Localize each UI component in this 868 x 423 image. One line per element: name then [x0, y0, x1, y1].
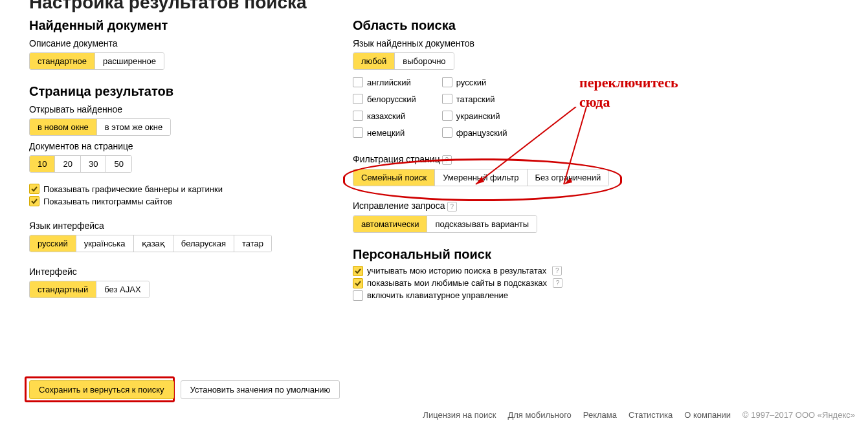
doc-lang-segmented: любой выборочно [353, 52, 454, 70]
cb-label-favicons: Показывать пиктограммы сайтов [43, 197, 172, 206]
interface-standard[interactable]: стандартный [30, 281, 96, 298]
filter-moderate[interactable]: Умеренный фильтр [435, 169, 527, 186]
desc-segmented: стандартное расширенное [29, 52, 164, 70]
check-icon [31, 198, 38, 204]
cb-row-lang-de[interactable]: немецкий [353, 127, 416, 138]
checkbox-banners[interactable] [29, 184, 39, 194]
checkbox-lang-be[interactable] [353, 94, 363, 104]
cb-row-lang-uk[interactable]: украинский [442, 111, 507, 121]
checkbox-keyboard[interactable] [353, 290, 363, 301]
annotation-text-1: переключитесь [579, 74, 678, 91]
cb-row-banners[interactable]: Показывать графические баннеры и картинк… [29, 184, 327, 194]
spell-suggest[interactable]: подсказывать варианты [427, 216, 537, 232]
footer-copyright: © 1997–2017 ООО «Яндекс» [742, 410, 855, 420]
open-label: Открывать найденное [29, 104, 327, 114]
interface-noajax[interactable]: без AJAX [96, 281, 148, 298]
filter-none[interactable]: Без ограничений [528, 169, 609, 186]
lang-label-ru: русский [456, 78, 487, 87]
cb-row-lang-ru[interactable]: русский [442, 77, 507, 87]
lang-label-uk: украинский [456, 111, 500, 121]
per-page-20[interactable]: 20 [55, 156, 80, 172]
cb-label-banners: Показывать графические баннеры и картинк… [43, 184, 223, 194]
annotation-text-2: сюда [579, 94, 610, 111]
section-personal: Персональный поиск учитывать мою историю… [353, 247, 676, 301]
footer-link-ads[interactable]: Реклама [583, 410, 617, 420]
desc-option-extended[interactable]: расширенное [95, 53, 164, 69]
cb-row-lang-fr[interactable]: французский [442, 127, 507, 138]
cb-row-favsites[interactable]: показывать мои любимые сайты в подсказка… [353, 278, 676, 288]
lang-label-be: белорусский [367, 94, 416, 104]
cb-label-favsites: показывать мои любимые сайты в подсказка… [367, 278, 547, 288]
filter-family[interactable]: Семейный поиск [353, 169, 435, 186]
cb-row-lang-tt[interactable]: татарский [442, 94, 507, 104]
help-icon[interactable]: ? [442, 155, 452, 165]
checkbox-history[interactable] [353, 266, 363, 276]
search-area-title: Область поиска [353, 18, 676, 33]
section-results-page: Страница результатов Открывать найденное… [29, 84, 327, 206]
footer-link-stats[interactable]: Статистика [629, 410, 673, 420]
checkbox-lang-kk[interactable] [353, 111, 363, 121]
spell-auto[interactable]: автоматически [353, 216, 427, 232]
checkbox-lang-en[interactable] [353, 77, 363, 87]
lang-label-kk: казахский [367, 111, 405, 121]
interface-label: Интерфейс [29, 266, 327, 277]
help-icon[interactable]: ? [553, 278, 562, 288]
footer-link-mobile[interactable]: Для мобильного [507, 410, 571, 420]
section-interface: Интерфейс стандартный без AJAX [29, 266, 327, 298]
lang-label-fr: французский [456, 128, 507, 138]
check-icon [355, 268, 361, 274]
personal-title: Персональный поиск [353, 247, 676, 262]
filter-label: Фильтрация страниц? [353, 154, 676, 165]
desc-option-standard[interactable]: стандартное [30, 53, 95, 69]
per-page-30[interactable]: 30 [81, 156, 106, 172]
found-doc-title: Найденный документ [29, 18, 327, 33]
section-filter: Фильтрация страниц? Семейный поиск Умере… [353, 154, 676, 186]
per-page-10[interactable]: 10 [30, 156, 55, 172]
cb-row-lang-kk[interactable]: казахский [353, 111, 416, 121]
uilang-kk[interactable]: қазақ [134, 235, 173, 252]
checkbox-favsites[interactable] [353, 278, 363, 288]
checkbox-favicons[interactable] [29, 196, 39, 206]
desc-label: Описание документа [29, 38, 327, 49]
footer: Лицензия на поиск Для мобильного Реклама… [0, 407, 868, 423]
cb-label-keyboard: включить клавиатурное управление [367, 290, 508, 300]
check-icon [355, 280, 361, 287]
doc-lang-label: Язык найденных документов [353, 38, 676, 49]
cb-row-favicons[interactable]: Показывать пиктограммы сайтов [29, 196, 327, 206]
ui-lang-label: Язык интерфейса [29, 221, 327, 231]
action-buttons: Сохранить и вернуться к поиску Установит… [29, 380, 340, 399]
open-option-newwin[interactable]: в новом окне [30, 119, 97, 135]
checkbox-lang-ru[interactable] [442, 77, 452, 87]
uilang-uk[interactable]: українська [76, 235, 134, 252]
open-option-samewin[interactable]: в этом же окне [97, 119, 170, 135]
cb-row-lang-be[interactable]: белорусский [353, 94, 416, 104]
help-icon[interactable]: ? [447, 202, 457, 212]
lang-label-de: немецкий [367, 128, 405, 138]
interface-segmented: стандартный без AJAX [29, 281, 150, 298]
cb-row-lang-en[interactable]: английский [353, 77, 416, 87]
cb-row-history[interactable]: учитывать мою историю поиска в результат… [353, 266, 676, 276]
lang-label-en: английский [367, 78, 411, 87]
per-page-50[interactable]: 50 [106, 156, 131, 172]
per-page-label: Документов на странице [29, 141, 327, 151]
page-title: Настройка результатов поиска [29, 0, 307, 13]
checkbox-lang-tt[interactable] [442, 94, 452, 104]
footer-link-license[interactable]: Лицензия на поиск [423, 410, 496, 420]
reset-button[interactable]: Установить значения по умолчанию [181, 380, 340, 399]
footer-link-about[interactable]: О компании [684, 410, 731, 420]
doclang-selective[interactable]: выборочно [395, 53, 453, 69]
checkbox-lang-de[interactable] [353, 127, 363, 138]
uilang-tt[interactable]: татар [234, 235, 271, 252]
checkbox-lang-fr[interactable] [442, 127, 452, 138]
help-icon[interactable]: ? [552, 266, 562, 276]
cb-label-history: учитывать мою историю поиска в результат… [367, 266, 546, 276]
uilang-be[interactable]: беларуская [173, 235, 234, 252]
doclang-any[interactable]: любой [353, 53, 395, 69]
cb-row-keyboard[interactable]: включить клавиатурное управление [353, 290, 676, 301]
per-page-segmented: 10 20 30 50 [29, 155, 132, 173]
checkbox-lang-uk[interactable] [442, 111, 452, 121]
save-button[interactable]: Сохранить и вернуться к поиску [29, 380, 174, 399]
results-page-title: Страница результатов [29, 84, 327, 99]
section-ui-lang: Язык интерфейса русский українська қазақ… [29, 221, 327, 252]
uilang-ru[interactable]: русский [30, 235, 76, 252]
